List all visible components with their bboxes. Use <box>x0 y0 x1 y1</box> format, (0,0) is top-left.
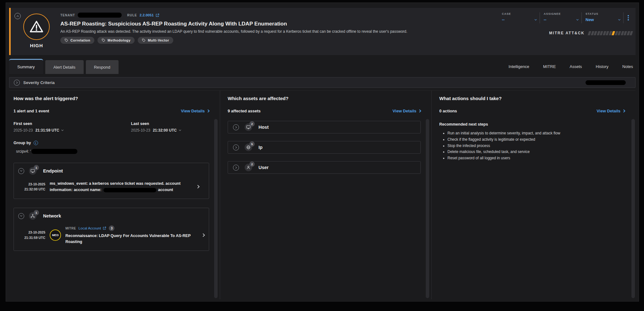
expand-user-button[interactable] <box>233 165 239 171</box>
chevron-down-icon <box>179 129 181 131</box>
triggered-heading: How was the alert triggered? <box>14 96 209 101</box>
network-group-card: 1 Network 23-10-2025 21:31:59 UTC MED MI… <box>14 208 209 251</box>
status-dropdown[interactable]: STATUS New <box>582 12 623 24</box>
tag-correlation[interactable]: Correlation <box>60 37 94 44</box>
recommended-step: Reset password of all logged in users <box>447 155 625 161</box>
network-group-title: Network <box>43 213 61 218</box>
alert-header-card: HIGH TENANT RULE 2.2.0051 AS-REP Roastin… <box>9 8 636 55</box>
tenant-label: TENANT <box>60 14 75 17</box>
assignee-dropdown[interactable]: ASSIGNEE -- <box>541 12 581 24</box>
right-tab-links: Intelligence MITRE Assets History Notes <box>508 59 636 74</box>
info-icon[interactable]: i <box>34 141 38 145</box>
alert-title: AS-REP Roasting: Suspicicious AS-REP Roa… <box>60 21 431 27</box>
tab-notes[interactable]: Notes <box>622 64 633 69</box>
recommended-step: Delete malicious file, scheduled task, a… <box>447 149 625 155</box>
collapse-header-button[interactable] <box>14 13 21 19</box>
endpoint-event-row[interactable]: 23-10-2025 21:32:00 UTC ms_windows_event… <box>18 180 204 193</box>
chevron-down-icon <box>61 129 64 131</box>
collapse-network-button[interactable] <box>18 213 24 219</box>
network-alert-name: Reconnaissance: LDAP Query For Accounts … <box>65 233 198 245</box>
host-icon-badge: 2 <box>245 123 253 131</box>
chevron-right-icon <box>622 110 625 113</box>
actions-count: 0 actions <box>439 109 457 113</box>
mitre-attack-row: MITRE ATT&CK <box>485 31 632 35</box>
alert-description: An AS-REP Roasting attack was detected. … <box>60 29 431 34</box>
assignee-value: -- <box>544 17 547 22</box>
first-seen-label: First seen <box>14 122 92 126</box>
header-controls: CASE -- ASSIGNEE -- STATUS <box>485 12 632 35</box>
last-seen-value[interactable]: 2025-10-23 21:32:00 UTC <box>131 128 209 133</box>
column-scrollbar[interactable] <box>631 119 635 298</box>
severity-criteria-bar[interactable]: Severity Criteria <box>9 77 636 88</box>
assignee-label: ASSIGNEE <box>544 12 578 15</box>
tenant-value-redacted <box>78 13 122 18</box>
tab-mitre[interactable]: MITRE <box>543 64 556 69</box>
tab-intelligence[interactable]: Intelligence <box>508 64 529 69</box>
chevron-down-icon <box>618 18 620 20</box>
alert-event-count: 1 alert and 1 event <box>14 109 49 113</box>
case-label: CASE <box>502 12 536 15</box>
assets-view-details-link[interactable]: View Details <box>392 109 421 113</box>
event-timestamp: 23-10-2025 21:32:00 UTC <box>18 182 45 192</box>
expand-ip-button[interactable] <box>233 144 239 150</box>
chevron-down-icon <box>576 18 579 20</box>
tab-history[interactable]: History <box>596 64 608 69</box>
ip-icon-badge: 5 <box>245 144 253 151</box>
summary-columns: How was the alert triggered? 1 alert and… <box>9 90 636 299</box>
column-scrollbar[interactable] <box>214 119 218 298</box>
ip-label: Ip <box>258 145 263 150</box>
last-seen-label: Last seen <box>131 122 209 126</box>
case-value: -- <box>502 17 505 22</box>
tab-summary[interactable]: Summary <box>9 59 43 74</box>
mitre-attack-meter <box>588 31 632 35</box>
severity-label: HIGH <box>21 43 52 48</box>
tag-methodology[interactable]: Methodology <box>97 37 135 44</box>
chevron-right-icon <box>201 233 205 237</box>
actions-column: What actions should I take? 0 actions Vi… <box>432 91 636 299</box>
recommended-steps-label: Recommended next steps <box>439 122 625 127</box>
user-icon-badge: 2 <box>245 164 253 171</box>
chevron-right-circle-icon <box>14 80 20 86</box>
group-by-key: srcipv4: ' <box>16 149 31 154</box>
alert-info: TENANT RULE 2.2.0051 AS-REP Roasting: Su… <box>60 12 431 44</box>
column-scrollbar[interactable] <box>426 119 429 298</box>
user-label: User <box>258 165 269 170</box>
account-name-redacted <box>103 188 156 192</box>
mitre-tag-label: MITRE <box>65 227 76 230</box>
actions-view-details-link[interactable]: View Details <box>597 109 625 113</box>
collapse-endpoint-button[interactable] <box>18 168 24 174</box>
rule-link[interactable]: 2.2.0051 <box>140 13 159 17</box>
more-actions-kebab-icon[interactable] <box>624 12 632 24</box>
case-dropdown[interactable]: CASE -- <box>499 12 539 24</box>
external-link-icon <box>155 13 159 17</box>
first-seen-value[interactable]: 2025-10-23 21:31:59 UTC <box>14 128 92 133</box>
alert-page: HIGH TENANT RULE 2.2.0051 AS-REP Roastin… <box>6 3 639 302</box>
tag-multi-vector[interactable]: Multi-Vector <box>138 37 173 44</box>
divider <box>581 12 582 23</box>
asset-row-user[interactable]: 2 User <box>228 161 421 174</box>
recommended-step: Stop the infected process <box>447 143 625 149</box>
status-value: New <box>586 17 594 22</box>
endpoint-group-card: 1 Endpoint 23-10-2025 21:32:00 UTC ms_wi… <box>14 163 209 199</box>
srcipv4-value-redacted <box>31 149 77 154</box>
network-icon-badge: 1 <box>29 212 37 220</box>
asset-row-ip[interactable]: 5 Ip <box>228 141 421 154</box>
divider <box>540 12 540 23</box>
user-count-badge: 2 <box>249 161 255 167</box>
group-by-label: Group by <box>14 141 31 145</box>
triggered-view-details-link[interactable]: View Details <box>181 109 209 113</box>
chevron-up-icon <box>16 15 19 18</box>
tab-assets[interactable]: Assets <box>570 64 582 69</box>
chevron-right-icon <box>196 185 199 188</box>
tab-alert-details[interactable]: Alert Details <box>45 60 84 74</box>
tab-respond[interactable]: Respond <box>86 60 119 74</box>
asset-row-host[interactable]: 2 Host <box>228 121 421 133</box>
expand-host-button[interactable] <box>233 124 239 130</box>
warning-triangle-icon <box>29 20 44 34</box>
network-alert-row[interactable]: 23-10-2025 21:31:59 UTC MED MITRE Local … <box>18 225 204 245</box>
network-alert-content: MITRE Local Account 3 Re <box>65 225 198 245</box>
triggered-column: How was the alert triggered? 1 alert and… <box>9 91 220 299</box>
mitre-technique-link[interactable]: Local Account <box>79 226 107 230</box>
recommended-step: Run an initial analysis to determine sev… <box>447 130 625 137</box>
recommended-step: Check if the flagged activity is legitim… <box>447 137 625 143</box>
